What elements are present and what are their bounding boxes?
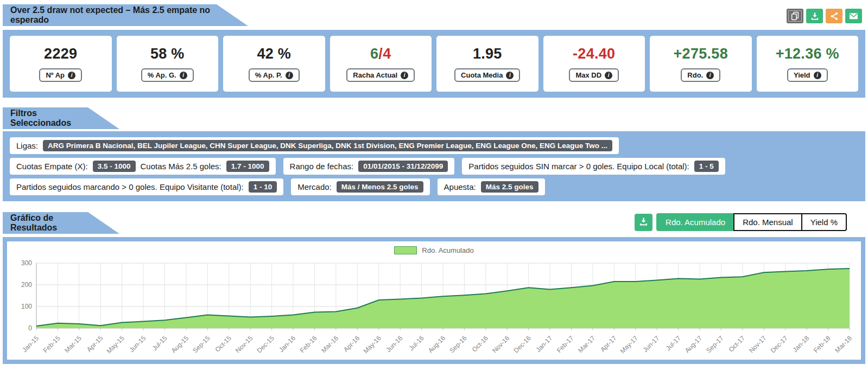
filter-value-badge: 01/01/2015 - 31/12/2099 [358, 161, 448, 172]
x-tick-label: Dec-17 [769, 334, 789, 354]
stat-value: -24.40 [573, 46, 615, 62]
info-icon: i [286, 72, 293, 79]
stat-value: 58 % [150, 46, 185, 62]
chart-download-button[interactable] [635, 214, 652, 231]
y-tick-label: 0 [28, 324, 32, 332]
x-tick-label: Dec-16 [512, 334, 533, 354]
filter-box: Partidos seguidos SIN marcar > 0 goles. … [462, 158, 725, 175]
x-tick-label: Nov-16 [491, 334, 511, 354]
share-button[interactable] [826, 9, 842, 23]
stat-label: Cuota Media [461, 71, 503, 79]
stat-label-button[interactable]: Yieldi [787, 68, 828, 82]
chart-panel: Rdo. Acumulado Jan-15Feb-15Mar-15Apr-15M… [3, 237, 865, 364]
x-tick-label: Oct-16 [471, 334, 490, 354]
filter-value-badge: 1 - 5 [694, 161, 719, 172]
filter-label: Partidos seguidos marcando > 0 goles. Eq… [16, 182, 244, 191]
download-icon [639, 217, 648, 228]
copy-icon [790, 11, 800, 21]
filter-value-badge: Más / Menos 2.5 goles [337, 181, 423, 193]
filter-label: Cuotas Empate (X): [16, 162, 88, 171]
info-icon: i [180, 72, 187, 79]
x-tick-label: Jun-15 [128, 334, 147, 354]
info-icon: i [605, 72, 612, 79]
stat-value: 42 % [257, 46, 291, 62]
info-icon: i [706, 72, 714, 79]
system-title-tab: Over 2.5 draw not expected – Más 2.5 emp… [3, 4, 248, 26]
stat-label: Racha Actual [353, 71, 397, 79]
x-tick-label: May-16 [362, 334, 383, 355]
stat-label: Max DD [575, 71, 601, 79]
filter-value-badge: Más 2.5 goles [481, 181, 538, 193]
x-tick-label: Nov-17 [747, 334, 768, 354]
tab-yield-percent[interactable]: Yield % [801, 213, 847, 231]
stat-label-button[interactable]: Rdo.i [681, 68, 720, 82]
info-icon: i [506, 72, 514, 79]
stat-value: 6/4 [370, 46, 391, 62]
x-tick-label: May-15 [105, 334, 126, 355]
stat-card-5: -24.40Max DDi [543, 36, 645, 92]
page: Over 2.5 draw not expected – Más 2.5 emp… [0, 0, 868, 377]
header: Over 2.5 draw not expected – Más 2.5 emp… [3, 4, 865, 26]
stat-label: % Ap. G. [148, 71, 176, 79]
filter-value-badge: 1 - 10 [249, 181, 277, 193]
x-tick-label: Mar-18 [833, 334, 853, 354]
header-actions [787, 9, 862, 23]
stat-label: Rdo. [687, 71, 703, 79]
email-button[interactable] [845, 9, 862, 23]
y-tick-label: 200 [21, 281, 32, 289]
filter-row: Cuotas Empate (X):3.5 - 1000Cuotas Más 2… [10, 158, 858, 175]
filter-label: Ligas: [16, 141, 38, 150]
stat-label-button[interactable]: Cuota Mediai [454, 68, 520, 82]
stat-label-button[interactable]: Max DDi [569, 68, 619, 82]
x-tick-label: Apr-17 [599, 334, 618, 354]
x-tick-label: Sep-17 [705, 334, 725, 354]
x-tick-label: Jan-18 [791, 334, 810, 354]
filters-panel: Ligas:ARG Primera B Nacional, BEL Jupile… [3, 131, 865, 201]
stat-label: Nº Ap [46, 71, 65, 79]
stat-value: 1.95 [473, 46, 502, 62]
x-tick-label: Oct-17 [727, 334, 747, 354]
chart-section-header: Gráfico de Resultados Rdo. Acumulado Rdo… [3, 212, 865, 234]
stat-label-button[interactable]: Racha Actuali [346, 68, 415, 82]
tab-rdo-acumulado[interactable]: Rdo. Acumulado [656, 213, 734, 231]
x-tick-label: Jul-15 [151, 334, 169, 352]
x-tick-label: Mar-17 [576, 334, 597, 354]
legend-label: Rdo. Acumulado [422, 246, 473, 254]
x-tick-label: Jan-17 [534, 334, 554, 354]
stat-card-6: +275.58Rdo.i [650, 36, 752, 92]
chart-legend[interactable]: Rdo. Acumulado [7, 246, 861, 254]
x-tick-label: Aug-17 [683, 334, 704, 354]
y-tick-label: 100 [21, 303, 32, 310]
filter-box: Rango de fechas:01/01/2015 - 31/12/2099 [283, 158, 455, 175]
filter-box: Ligas:ARG Primera B Nacional, BEL Jupile… [10, 137, 619, 154]
chart-actions: Rdo. Acumulado Rdo. Mensual Yield % [635, 213, 847, 231]
x-tick-label: Sep-16 [448, 334, 468, 354]
x-tick-label: Feb-18 [812, 334, 832, 354]
stat-card-1: 58 %% Ap. G.i [117, 36, 219, 92]
filter-value-badge: ARG Primera B Nacional, BEL Jupiler Leag… [43, 140, 612, 151]
copy-button[interactable] [787, 9, 803, 23]
filter-box: Partidos seguidos marcando > 0 goles. Eq… [10, 178, 283, 195]
chart-title-tab: Gráfico de Resultados [3, 212, 119, 234]
download-button[interactable] [806, 9, 823, 23]
filter-label: Mercado: [297, 182, 332, 191]
x-tick-label: Nov-15 [234, 334, 254, 354]
x-tick-label: Jan-15 [21, 334, 40, 354]
legend-swatch [394, 246, 417, 254]
filter-value-badge: 3.5 - 1000 [93, 161, 136, 172]
email-icon [849, 12, 858, 20]
x-tick-label: Jan-16 [277, 334, 297, 354]
tab-rdo-mensual[interactable]: Rdo. Mensual [733, 213, 802, 231]
stat-label-button[interactable]: % Ap. G.i [141, 68, 194, 82]
stat-label-button[interactable]: Nº Api [39, 68, 82, 82]
x-tick-label: Feb-17 [555, 334, 575, 354]
stat-value: +275.58 [674, 46, 728, 62]
x-tick-label: Jun-17 [641, 334, 661, 354]
filter-row: Ligas:ARG Primera B Nacional, BEL Jupile… [10, 137, 858, 154]
stat-card-2: 42 %% Ap. P.i [223, 36, 325, 92]
filter-value-badge: 1.7 - 1000 [226, 161, 269, 172]
stat-label: Yield [794, 71, 810, 79]
stat-card-7: +12.36 %Yieldi [757, 36, 859, 92]
results-area-chart: Jan-15Feb-15Mar-15Apr-15May-15Jun-15Jul-… [11, 257, 858, 361]
stat-label-button[interactable]: % Ap. P.i [249, 68, 300, 82]
